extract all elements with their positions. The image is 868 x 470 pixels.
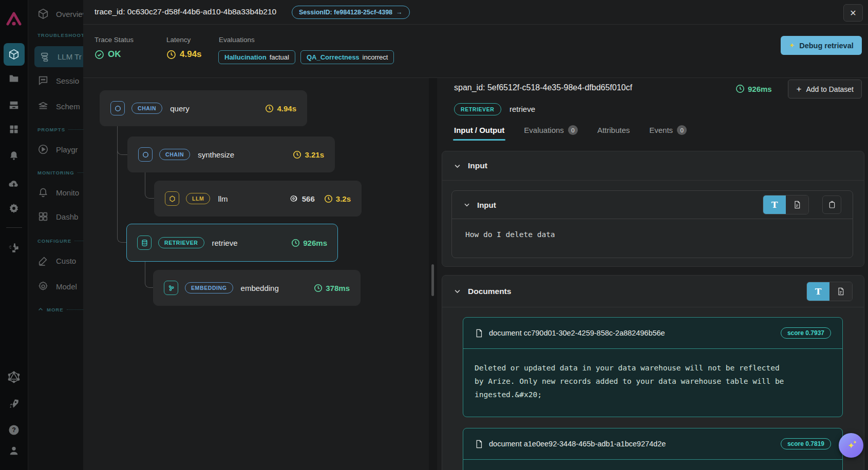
input-inner-header[interactable]: Input T (452, 191, 853, 219)
document-text: Deleted or updated data in your data war… (463, 349, 842, 414)
dashboard-grid-icon (37, 211, 49, 222)
tab-input-output[interactable]: Input / Output (454, 126, 504, 141)
span-row-query[interactable]: CHAIN query 4.94s (100, 90, 307, 126)
bell-icon[interactable] (9, 150, 20, 161)
detail-tabs: Input / Output Evaluations0 Attributes E… (454, 125, 687, 141)
sidebar-item-sessions[interactable]: Sessio (37, 75, 79, 86)
resize-grip[interactable] (431, 264, 434, 296)
llm-traces-icon (40, 51, 51, 63)
sidebar-item-overview[interactable]: Overview (37, 8, 83, 19)
sidebar-item-label: Dashb (56, 212, 78, 221)
archive-icon[interactable] (8, 100, 20, 111)
document-icon (837, 287, 845, 296)
text-view-button[interactable]: T (807, 282, 829, 301)
span-latency: 3.21s (293, 150, 324, 159)
session-id-pill[interactable]: SessionID: fe984128-25cf-4398 → (292, 6, 410, 19)
debug-retrieval-button[interactable]: ✦ Debug retrieval (781, 36, 862, 55)
check-circle-icon (95, 50, 104, 60)
trace-tree-panel: CHAIN query 4.94s CHAIN synthesize 3.21s… (83, 78, 429, 470)
sidebar-item-label: LLM Tr (58, 52, 82, 61)
span-row-llm[interactable]: LLM llm 566 3.2s (154, 181, 362, 217)
clock-icon (166, 50, 176, 60)
span-kind-badge: CHAIN (131, 103, 162, 114)
cube-icon[interactable] (8, 49, 20, 60)
sidebar-item-label: Model (56, 282, 77, 291)
json-view-button[interactable] (829, 282, 852, 301)
trace-id: trace_id: 0c630c27-d58f-44b6-ad10-4b8a33… (95, 7, 276, 16)
integrations-puzzle-icon[interactable] (8, 242, 20, 254)
graphql-icon[interactable] (8, 371, 20, 383)
chevron-down-icon (454, 162, 461, 170)
sidebar-item-llm-traces[interactable]: LLM Tr (34, 46, 83, 67)
span-latency: 3.2s (324, 194, 351, 203)
span-kind-badge: RETRIEVER (158, 237, 204, 248)
section-title: Documents (468, 287, 511, 296)
llm-span-icon (165, 191, 179, 206)
retrieved-document-card[interactable]: document cc790d01-30e2-4259-858c-2a88249… (463, 317, 843, 417)
section-monitoring: MONITORING (37, 170, 83, 175)
trace-detail-modal: trace_id: 0c630c27-d58f-44b6-ad10-4b8a33… (83, 0, 868, 470)
input-section-header[interactable]: Input (442, 151, 864, 181)
span-row-embedding[interactable]: EMBEDDING embedding 378ms (153, 270, 361, 306)
evaluation-pill-hallucination[interactable]: Hallucination factual (218, 50, 295, 64)
span-row-synthesize[interactable]: CHAIN synthesize 3.21s (127, 136, 335, 172)
modal-header: trace_id: 0c630c27-d58f-44b6-ad10-4b8a33… (83, 0, 868, 25)
tab-attributes[interactable]: Attributes (597, 126, 630, 141)
sidebar-item-playground[interactable]: Playgr (37, 144, 78, 155)
document-name: document a1e0ee92-3448-465b-adb1-a1bce92… (489, 440, 666, 448)
span-kind-badge: EMBEDDING (185, 282, 233, 293)
document-header: document a1e0ee92-3448-465b-adb1-a1bce92… (463, 428, 842, 460)
latency-label: Latency (166, 36, 191, 44)
add-to-dataset-button[interactable]: + Add to Dataset (788, 80, 862, 99)
count-badge: 0 (568, 125, 578, 135)
cloud-upload-icon[interactable] (8, 178, 20, 190)
latency-value: 4.94s (166, 49, 202, 60)
count-badge: 0 (677, 125, 687, 135)
sidebar-item-monitors[interactable]: Monito (37, 187, 79, 198)
trace-summary: Trace Status OK Latency 4.94s Evaluation… (83, 25, 868, 78)
svg-text:?: ? (12, 426, 16, 434)
help-icon[interactable]: ? (8, 424, 20, 436)
score-badge: score 0.7819 (781, 438, 831, 449)
sidebar-item-label: Overview (56, 10, 83, 18)
text-view-button[interactable]: T (763, 195, 786, 214)
sparkle-icon-small: ✦ (853, 440, 857, 445)
span-name: synthesize (198, 150, 234, 159)
copy-clipboard-button[interactable] (822, 195, 841, 214)
retrieved-document-card[interactable]: document a1e0ee92-3448-465b-adb1-a1bce92… (463, 428, 843, 470)
json-view-button[interactable] (786, 195, 808, 214)
folder-icon[interactable] (8, 73, 20, 84)
close-button[interactable]: ✕ (843, 4, 863, 22)
tab-evaluations[interactable]: Evaluations0 (524, 125, 578, 141)
documents-section-header[interactable]: Documents T (442, 276, 864, 307)
play-circle-icon (37, 144, 49, 155)
documents-section-card: Documents T document cc790d01-30e2-4259-… (442, 275, 864, 470)
span-latency-value: 926ms (735, 84, 772, 93)
copilot-fab-button[interactable]: ✦ ✦ (839, 433, 863, 458)
section-troubleshooting: TROUBLESHOOTING (37, 32, 83, 38)
arize-logo-icon[interactable] (5, 10, 23, 29)
evaluation-pill-qa-correctness[interactable]: QA_Correctness incorrect (300, 50, 394, 64)
clipboard-icon (828, 201, 836, 209)
sidebar-item-schema[interactable]: Schem (37, 101, 80, 112)
span-row-retrieve-selected[interactable]: RETRIEVER retrieve 926ms (126, 224, 338, 262)
view-mode-toggle: T (763, 195, 809, 214)
section-more[interactable]: MORE (37, 306, 83, 312)
clock-icon (265, 104, 274, 113)
tab-events[interactable]: Events0 (649, 125, 687, 141)
sidebar-item-dashboards[interactable]: Dashb (37, 211, 78, 222)
panel-resize-divider[interactable] (429, 78, 437, 470)
rocket-icon[interactable] (8, 398, 20, 410)
sidebar-item-model[interactable]: Model (37, 281, 77, 292)
settings-gear-icon[interactable] (8, 203, 20, 214)
tree-connector (117, 115, 126, 243)
span-kind-badge: CHAIN (159, 149, 190, 160)
schema-stack-icon (37, 101, 49, 112)
chevron-up-icon (37, 306, 44, 312)
span-latency: 926ms (291, 239, 327, 247)
user-icon[interactable] (8, 445, 20, 456)
apps-grid-icon[interactable] (9, 124, 19, 134)
sidebar-item-label: Playgr (56, 145, 78, 154)
sidebar-item-custom[interactable]: Custo (37, 255, 76, 266)
cube-icon (37, 8, 49, 19)
